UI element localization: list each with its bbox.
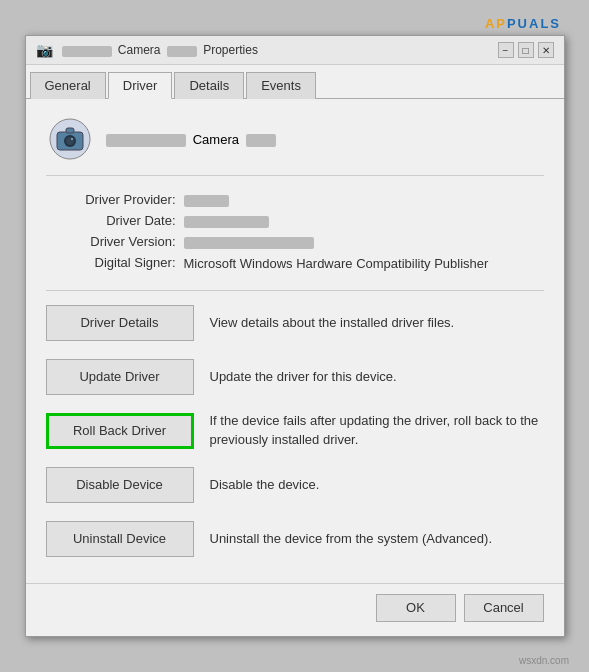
tab-details[interactable]: Details [174,72,244,99]
svg-point-3 [66,137,74,145]
disable-device-button[interactable]: Disable Device [46,467,194,503]
device-header: Camera [46,115,544,176]
svg-rect-5 [66,128,74,133]
minimize-button[interactable]: − [498,42,514,58]
title-bar-controls: − □ ✕ [498,42,554,58]
cancel-button[interactable]: Cancel [464,594,544,622]
provider-value [184,192,544,207]
driver-details-desc: View details about the installed driver … [210,314,544,332]
title-bar-left: 📷 Camera Properties [36,42,258,58]
rollback-driver-button[interactable]: Roll Back Driver [46,413,194,449]
signer-value: Microsoft Windows Hardware Compatibility… [184,255,544,273]
maximize-button[interactable]: □ [518,42,534,58]
svg-point-4 [71,138,73,140]
action-row-uninstall: Uninstall Device Uninstall the device fr… [46,517,544,561]
tab-events[interactable]: Events [246,72,316,99]
version-value [184,234,544,249]
tab-general[interactable]: General [30,72,106,99]
version-value-blur [184,237,314,249]
provider-label: Driver Provider: [46,192,176,207]
device-icon [46,115,94,163]
disable-device-desc: Disable the device. [210,476,544,494]
update-driver-button[interactable]: Update Driver [46,359,194,395]
title-blur-suffix [167,46,197,57]
tab-driver[interactable]: Driver [108,72,173,99]
device-name-blur2 [246,134,276,147]
date-value-blur [184,216,269,228]
title-blur-prefix [62,46,112,57]
action-row-driver-details: Driver Details View details about the in… [46,301,544,345]
watermark: wsxdn.com [519,655,569,666]
update-driver-desc: Update the driver for this device. [210,368,544,386]
signer-label: Digital Signer: [46,255,176,273]
action-row-rollback: Roll Back Driver If the device fails aft… [46,409,544,453]
appuals-logo: APPUALS [485,12,561,33]
title-bar: 📷 Camera Properties − □ ✕ [26,36,564,65]
title-bar-title: Camera Properties [59,43,258,57]
properties-window: 📷 Camera Properties − □ ✕ General Driver… [25,35,565,636]
section-divider [46,290,544,291]
rollback-driver-desc: If the device fails after updating the d… [210,412,544,448]
uninstall-device-desc: Uninstall the device from the system (Ad… [210,530,544,548]
version-label: Driver Version: [46,234,176,249]
actions-list: Driver Details View details about the in… [46,301,544,561]
provider-value-blur [184,195,229,207]
date-label: Driver Date: [46,213,176,228]
window-icon: 📷 [36,42,53,58]
device-name-blur [106,134,186,147]
action-row-disable: Disable Device Disable the device. [46,463,544,507]
tabs-row: General Driver Details Events [26,65,564,99]
uninstall-device-button[interactable]: Uninstall Device [46,521,194,557]
ok-button[interactable]: OK [376,594,456,622]
driver-details-button[interactable]: Driver Details [46,305,194,341]
close-button[interactable]: ✕ [538,42,554,58]
action-row-update-driver: Update Driver Update the driver for this… [46,355,544,399]
dialog-footer: OK Cancel [26,583,564,636]
tab-content: Camera Driver Provider: Driver Date: Dri… [26,99,564,582]
device-name: Camera [106,132,277,147]
date-value [184,213,544,228]
driver-info-grid: Driver Provider: Driver Date: Driver Ver… [46,192,544,273]
